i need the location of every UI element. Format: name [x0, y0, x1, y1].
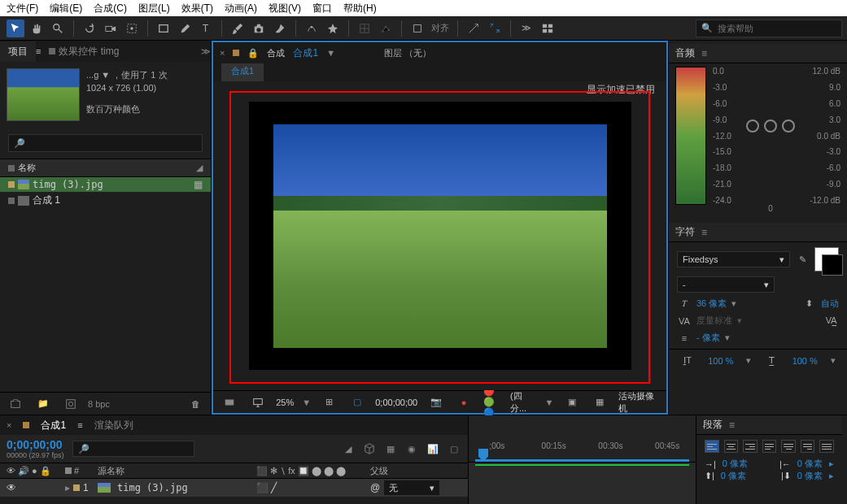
viewer[interactable]: 显示加速已禁用 [213, 81, 666, 390]
rectangle-tool-icon[interactable] [155, 20, 172, 37]
zoom-tool-icon[interactable] [49, 20, 67, 37]
grid-icon[interactable]: ▢ [349, 393, 366, 411]
font-dropdown[interactable]: Fixedsys▾ [677, 251, 790, 267]
help-search[interactable]: 🔍 [696, 20, 842, 37]
timeline-tab-render[interactable]: 渲染队列 [94, 419, 133, 432]
panel-menu-icon[interactable]: ≡ [701, 227, 707, 238]
current-time[interactable]: 0;00;00;00 [375, 398, 417, 407]
knob[interactable] [746, 119, 759, 133]
workspace-icon[interactable] [539, 20, 557, 37]
sort-icon[interactable]: ◢ [196, 163, 203, 173]
knob[interactable] [782, 119, 795, 133]
space-after[interactable]: 0 像素 [797, 470, 823, 482]
motion-blur-icon[interactable]: ◉ [404, 441, 419, 456]
menu-composition[interactable]: 合成(C) [94, 2, 127, 15]
color-swatch[interactable] [814, 247, 839, 272]
time-ruler[interactable]: ;00s00:15s00:30s00:45s [469, 415, 696, 463]
preview-image[interactable] [273, 124, 607, 348]
menu-effect[interactable]: 效果(T) [181, 2, 213, 15]
menu-window[interactable]: 窗口 [312, 2, 332, 15]
folder-icon[interactable]: 📁 [34, 395, 52, 413]
tracks[interactable] [469, 463, 696, 504]
menu-file[interactable]: 文件(F) [7, 2, 38, 15]
expand-icon[interactable]: ≫ [517, 20, 535, 37]
eraser-tool-icon[interactable] [271, 20, 289, 37]
project-search[interactable]: 🔎 [8, 134, 203, 152]
stroke-width[interactable]: - 像素 [696, 332, 720, 344]
expand-icon[interactable]: ≫ [201, 46, 211, 57]
resolution-icon[interactable]: ⊞ [321, 393, 338, 411]
draft-icon[interactable]: ▢ [447, 441, 461, 456]
pen-tool-icon[interactable] [176, 20, 194, 37]
work-area-bar[interactable] [475, 459, 689, 462]
selection-tool-icon[interactable] [7, 20, 24, 37]
monitor-icon[interactable] [250, 393, 267, 411]
trash-icon[interactable]: 🗑 [186, 395, 204, 413]
eyedropper-icon[interactable]: ✎ [795, 254, 810, 265]
asset-row[interactable]: timg (3).jpg ▦ [0, 177, 211, 192]
bpc-label[interactable]: 8 bpc [88, 399, 110, 409]
snap-corner-icon[interactable] [486, 20, 504, 37]
menu-edit[interactable]: 编辑(E) [50, 2, 82, 15]
timeline-track-area[interactable]: ;00s00:15s00:30s00:45s [468, 415, 696, 504]
align-center-icon[interactable] [724, 440, 739, 453]
justify-last-center-icon[interactable] [781, 440, 796, 453]
timeline-tab-comp[interactable]: 合成1 [41, 419, 66, 432]
roto-tool-icon[interactable] [303, 20, 321, 37]
snap-line-icon[interactable] [465, 20, 482, 37]
pan-behind-tool-icon[interactable] [123, 20, 141, 37]
graph-icon[interactable] [377, 20, 395, 37]
menu-help[interactable]: 帮助(H) [343, 2, 377, 15]
help-search-input[interactable] [718, 24, 836, 33]
snapshot-icon[interactable]: 📷 [427, 393, 444, 411]
layer-duration-bar[interactable] [475, 464, 689, 466]
menu-layer[interactable]: 图层(L) [138, 2, 170, 15]
mesh-icon[interactable] [356, 20, 373, 37]
brush-tool-icon[interactable] [229, 20, 247, 37]
quality-dropdown[interactable]: (四分... [510, 390, 537, 415]
layer-switches[interactable]: ⬛ ╱ [256, 482, 370, 493]
panel-menu-icon[interactable]: ≡ [77, 420, 82, 430]
justify-last-right-icon[interactable] [801, 440, 815, 453]
font-style-dropdown[interactable]: -▾ [677, 276, 775, 293]
vertical-scale[interactable]: 100 % [708, 356, 733, 366]
rotate-tool-icon[interactable] [81, 20, 98, 37]
align-left-icon[interactable] [705, 440, 719, 453]
camera-dropdown[interactable]: 活动摄像机 [618, 390, 660, 415]
parent-dropdown[interactable]: 无▾ [383, 480, 440, 496]
tracking[interactable]: 度量标准 [696, 315, 732, 327]
menu-animation[interactable]: 动画(A) [225, 2, 257, 15]
horizontal-scale[interactable]: 100 % [792, 356, 818, 366]
font-size[interactable]: 36 像素 [696, 298, 727, 310]
indent-left[interactable]: 0 像素 [723, 458, 748, 470]
col-source-name[interactable]: 源名称 [98, 465, 256, 477]
current-timecode[interactable]: 0;00;00;00 [7, 438, 64, 451]
panel-menu-icon[interactable]: ≡ [701, 48, 707, 59]
panel-menu-icon[interactable]: ≡ [729, 419, 735, 431]
new-comp-icon[interactable] [62, 395, 80, 413]
space-before[interactable]: 0 像素 [721, 470, 746, 482]
frame-blend-icon[interactable]: ▦ [383, 441, 398, 456]
cube-icon[interactable] [362, 441, 377, 456]
timeline-layer-row[interactable]: 👁 ▸1 timg (3).jpg ⬛ ╱ @ 无▾ [0, 479, 468, 497]
text-tool-icon[interactable]: T [197, 20, 215, 37]
timeline-search[interactable]: 🔎 [72, 441, 194, 457]
asset-row[interactable]: 合成 1 [0, 192, 211, 209]
puppet-tool-icon[interactable] [324, 20, 342, 37]
color-icon[interactable]: 🔴🟢🔵 [483, 393, 500, 411]
justify-last-left-icon[interactable] [762, 440, 777, 453]
comp-subtab[interactable]: 合成1 [221, 63, 264, 81]
interpret-icon[interactable] [7, 395, 24, 413]
lock-icon[interactable]: 🔒 [247, 48, 259, 59]
align-right-icon[interactable] [743, 440, 757, 453]
timeline-search-input[interactable] [90, 443, 189, 455]
shy-icon[interactable]: ◢ [341, 441, 356, 456]
knob[interactable] [764, 119, 777, 133]
transparency-icon[interactable]: ▦ [592, 393, 609, 411]
justify-all-icon[interactable] [819, 440, 834, 453]
leading[interactable]: 自动 [821, 298, 839, 310]
channel-icon[interactable]: ● [456, 393, 473, 411]
parent-pickwhip-icon[interactable]: @ [370, 482, 380, 493]
zoom-level[interactable]: 25% [276, 398, 294, 407]
clone-tool-icon[interactable] [250, 20, 268, 37]
